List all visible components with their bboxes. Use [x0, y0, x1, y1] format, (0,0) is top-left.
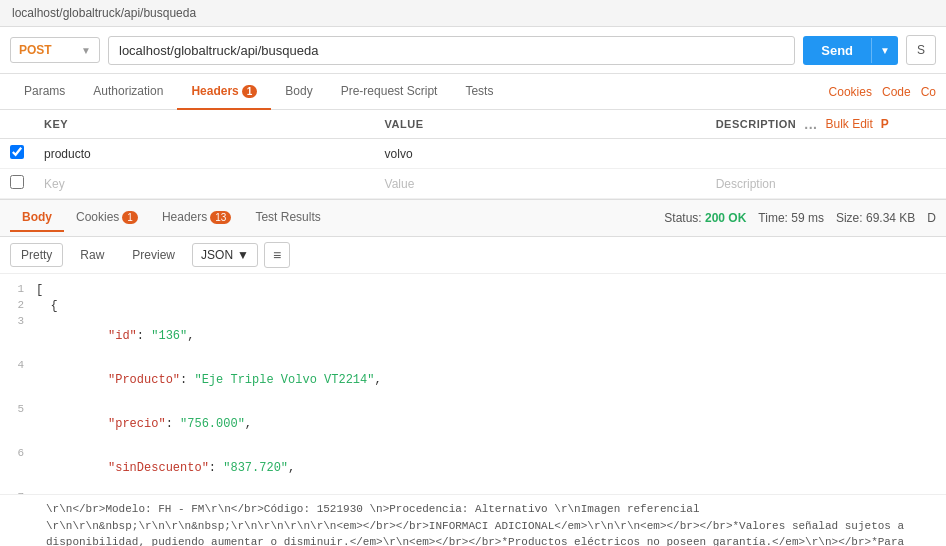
more-options-icon[interactable]: ... — [804, 116, 817, 132]
cookies-link[interactable]: Cookies — [829, 85, 872, 99]
comments-link[interactable]: Co — [921, 85, 936, 99]
placeholder-checkbox[interactable] — [10, 175, 24, 189]
save-button[interactable]: S — [906, 35, 936, 65]
tab-body[interactable]: Body — [271, 74, 326, 110]
code-line-6: 6 "sinDescuento": "837.720", — [0, 446, 946, 490]
pretty-button[interactable]: Pretty — [10, 243, 63, 267]
headers-table: KEY VALUE DESCRIPTION ... Bulk Edit P pr… — [0, 110, 946, 199]
placeholder-key-cell[interactable]: Key — [34, 169, 375, 199]
line-content-5: "precio": "756.000", — [36, 403, 252, 445]
preview-button[interactable]: Preview — [121, 243, 186, 267]
code-toolbar: Pretty Raw Preview JSON ▼ ≡ — [0, 237, 946, 274]
time-value: 59 ms — [791, 211, 824, 225]
long-text-area: \r\n</br>Modelo: FH - FM\r\n</br>Código:… — [0, 494, 946, 546]
wrap-icon: ≡ — [273, 247, 281, 263]
tab-authorization[interactable]: Authorization — [79, 74, 177, 110]
desc-cell[interactable] — [706, 139, 946, 169]
status-label: Status: 200 OK — [664, 211, 746, 225]
code-line-7: 7 "Descripcion": "Eje Triple Volvo VT221… — [0, 490, 946, 494]
line-content-7: "Descripcion": "Eje Triple Volvo VT2214 — [36, 491, 389, 494]
line-content-3: "id": "136", — [36, 315, 194, 357]
url-bar-text: localhost/globaltruck/api/busqueda — [12, 6, 196, 20]
line-num-2: 2 — [0, 299, 36, 313]
code-area: 1 [ 2 { 3 "id": "136", 4 "Producto": "Ej… — [0, 274, 946, 494]
wrap-button[interactable]: ≡ — [264, 242, 290, 268]
status-value: 200 OK — [705, 211, 746, 225]
key-cell[interactable]: producto — [34, 139, 375, 169]
code-line-3: 3 "id": "136", — [0, 314, 946, 358]
th-checkbox — [0, 110, 34, 139]
line-content-1: [ — [36, 283, 43, 297]
format-select[interactable]: JSON ▼ — [192, 243, 258, 267]
tab-prerequest[interactable]: Pre-request Script — [327, 74, 452, 110]
tab-params[interactable]: Params — [10, 74, 79, 110]
method-chevron-icon: ▼ — [81, 45, 91, 56]
size-value: 69.34 KB — [866, 211, 915, 225]
tab-headers[interactable]: Headers1 — [177, 74, 271, 110]
code-line-2: 2 { — [0, 298, 946, 314]
line-num-4: 4 — [0, 359, 36, 401]
th-value: VALUE — [375, 110, 706, 139]
line-num-5: 5 — [0, 403, 36, 445]
long-text-content: \r\n</br>Modelo: FH - FM\r\n</br>Código:… — [46, 503, 911, 546]
th-description: DESCRIPTION ... Bulk Edit P — [706, 110, 946, 139]
format-label: JSON — [201, 248, 233, 262]
line-num-7: 7 — [0, 491, 36, 494]
line-content-2: { — [36, 299, 58, 313]
response-bar: Body Cookies1 Headers13 Test Results Sta… — [0, 199, 946, 237]
line-num-1: 1 — [0, 283, 36, 297]
resp-tab-test-results[interactable]: Test Results — [243, 204, 332, 232]
line-content-4: "Producto": "Eje Triple Volvo VT2214", — [36, 359, 382, 401]
presets-label: P — [881, 117, 890, 131]
code-line-4: 4 "Producto": "Eje Triple Volvo VT2214", — [0, 358, 946, 402]
th-key: KEY — [34, 110, 375, 139]
row-checkbox-cell[interactable] — [0, 139, 34, 169]
response-status: Status: 200 OK Time: 59 ms Size: 69.34 K… — [664, 211, 936, 225]
send-button[interactable]: Send ▼ — [803, 36, 898, 65]
line-content-6: "sinDescuento": "837.720", — [36, 447, 295, 489]
placeholder-checkbox-cell[interactable] — [0, 169, 34, 199]
line-num-6: 6 — [0, 447, 36, 489]
table-row: producto volvo — [0, 139, 946, 169]
raw-button[interactable]: Raw — [69, 243, 115, 267]
placeholder-value-cell[interactable]: Value — [375, 169, 706, 199]
time-label: Time: 59 ms — [758, 211, 824, 225]
d-button[interactable]: D — [927, 211, 936, 225]
headers-badge: 1 — [242, 85, 258, 98]
line-num-3: 3 — [0, 315, 36, 357]
value-cell[interactable]: volvo — [375, 139, 706, 169]
size-label: Size: 69.34 KB — [836, 211, 915, 225]
tab-tests[interactable]: Tests — [451, 74, 507, 110]
tabs-row: Params Authorization Headers1 Body Pre-r… — [0, 74, 946, 110]
placeholder-desc-cell[interactable]: Description — [706, 169, 946, 199]
resp-tab-headers[interactable]: Headers13 — [150, 204, 243, 232]
resp-tab-cookies[interactable]: Cookies1 — [64, 204, 150, 232]
resp-headers-badge: 13 — [210, 211, 231, 224]
code-line-1: 1 [ — [0, 282, 946, 298]
code-line-5: 5 "precio": "756.000", — [0, 402, 946, 446]
send-label: Send — [803, 36, 871, 65]
url-input[interactable] — [108, 36, 795, 65]
request-row: POST ▼ Send ▼ S — [0, 27, 946, 74]
method-select[interactable]: POST ▼ — [10, 37, 100, 63]
tabs-right-actions: Cookies Code Co — [829, 85, 936, 99]
code-link[interactable]: Code — [882, 85, 911, 99]
url-bar: localhost/globaltruck/api/busqueda — [0, 0, 946, 27]
cookies-badge: 1 — [122, 211, 138, 224]
bulk-edit-button[interactable]: Bulk Edit — [826, 117, 873, 131]
table-row-placeholder: Key Value Description — [0, 169, 946, 199]
format-chevron-icon: ▼ — [237, 248, 249, 262]
send-dropdown-icon[interactable]: ▼ — [871, 38, 898, 63]
method-label: POST — [19, 43, 52, 57]
row-checkbox[interactable] — [10, 145, 24, 159]
resp-tab-body[interactable]: Body — [10, 204, 64, 232]
